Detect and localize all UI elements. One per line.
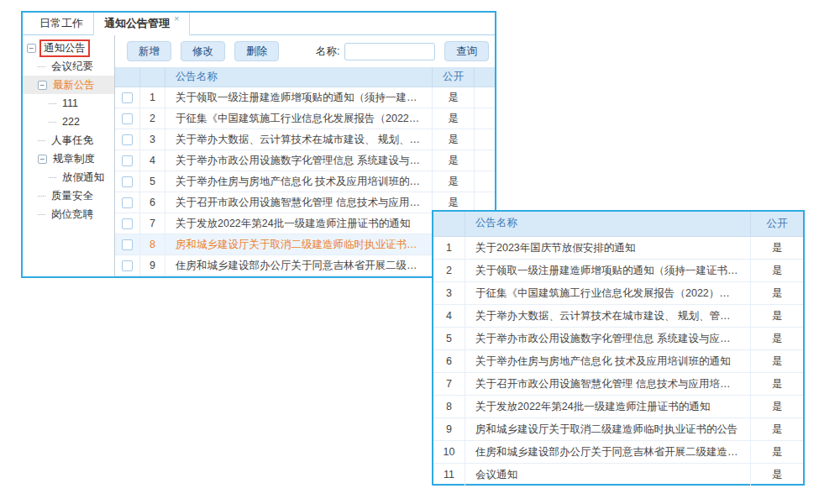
row-checkbox[interactable] xyxy=(122,176,133,187)
collapse-icon[interactable]: − xyxy=(38,81,47,90)
tree-connector xyxy=(49,177,56,178)
checkbox-cell xyxy=(115,108,140,129)
row-number: 8 xyxy=(140,234,165,255)
tree-item[interactable]: 111 xyxy=(23,94,114,113)
tree-item-label: 放假通知 xyxy=(60,170,107,186)
close-icon[interactable]: × xyxy=(174,14,179,24)
row-number: 2 xyxy=(140,108,165,129)
notice-management-window: 日常工作 通知公告管理 × −通知公告会议纪要−最新公告111222人事任免−规… xyxy=(21,11,496,278)
row-number: 8 xyxy=(433,396,465,417)
tree-item[interactable]: 人事任免 xyxy=(23,131,114,150)
table-row[interactable]: 2于征集《中国建筑施工行业信息化发展报告（2022）—BI…是 xyxy=(115,108,495,129)
popup-header-number-cell xyxy=(433,212,465,236)
row-checkbox[interactable] xyxy=(122,155,133,166)
row-checkbox[interactable] xyxy=(122,239,133,250)
tree-item[interactable]: 会议纪要 xyxy=(23,57,114,76)
table-row[interactable]: 5关于举办住房与房地产信息化 技术及应用培训班的通知是 xyxy=(115,171,495,192)
row-checkbox[interactable] xyxy=(122,134,133,145)
end-cell xyxy=(475,150,495,171)
popup-table-row[interactable]: 9房和城乡建设厅关于取消二级建造师临时执业证书的公告是 xyxy=(433,418,803,441)
row-number: 9 xyxy=(433,418,465,440)
query-button[interactable]: 查询 xyxy=(444,41,489,61)
tree-item[interactable]: 放假通知 xyxy=(23,168,114,186)
tree-item[interactable]: −通知公告 xyxy=(23,39,114,57)
tree-item-label: 会议纪要 xyxy=(49,59,96,75)
popup-table-row[interactable]: 6关于举办住房与房地产信息化 技术及应用培训班的通知是 xyxy=(433,350,803,373)
row-checkbox[interactable] xyxy=(122,197,133,208)
row-number: 7 xyxy=(140,213,165,234)
tree-item-label: 最新公告 xyxy=(50,77,97,93)
tab-daily-work[interactable]: 日常工作 xyxy=(29,13,93,34)
announcement-list-popup: 公告名称 公开 1关于2023年国庆节放假安排的通知是2关于领取一级注册建造师增… xyxy=(432,210,805,486)
tree-connector xyxy=(38,214,45,215)
table-row[interactable]: 1关于领取一级注册建造师增项贴的通知（须持一建证书前…是 xyxy=(115,87,495,108)
popup-table-header-row: 公告名称 公开 xyxy=(433,212,803,237)
popup-table-row[interactable]: 8关于发放2022年第24批一级建造师注册证书的通知是 xyxy=(433,396,803,418)
announcement-name-cell: 关于召开市政公用设施智慧化管理 信息技术与应用培训班… xyxy=(165,192,433,213)
announcement-name-cell: 于征集《中国建筑施工行业信息化发展报告（2022）—BI… xyxy=(465,282,751,304)
tree-item-label: 岗位竞聘 xyxy=(49,207,96,223)
public-cell: 是 xyxy=(433,171,475,192)
announcement-name-cell: 关于召开市政公用设施智慧化管理 信息技术与应用培训班… xyxy=(465,373,751,395)
row-checkbox[interactable] xyxy=(122,92,133,103)
row-number: 1 xyxy=(140,87,165,108)
public-cell: 是 xyxy=(751,350,803,372)
row-checkbox[interactable] xyxy=(122,113,133,124)
public-cell: 是 xyxy=(751,396,803,417)
public-cell: 是 xyxy=(433,129,475,150)
popup-table-row[interactable]: 2关于领取一级注册建造师增项贴的通知（须持一建证书前…是 xyxy=(433,260,803,282)
name-search-input[interactable] xyxy=(344,43,435,60)
collapse-icon[interactable]: − xyxy=(27,44,36,53)
row-number: 11 xyxy=(433,464,465,486)
header-number-cell xyxy=(140,67,165,87)
popup-table-row[interactable]: 3于征集《中国建筑施工行业信息化发展报告（2022）—BI…是 xyxy=(433,282,803,305)
table-row[interactable]: 3关于举办大数据、云计算技术在城市建设、 规划、管理与…是 xyxy=(115,129,495,150)
checkbox-cell xyxy=(115,234,140,255)
tree-item-label: 通知公告 xyxy=(39,39,90,57)
collapse-icon[interactable]: − xyxy=(38,155,47,164)
popup-header-name-cell: 公告名称 xyxy=(465,212,751,236)
popup-table-row[interactable]: 5关于举办市政公用设施数字化管理信息 系统建设与应用培…是 xyxy=(433,328,803,350)
delete-button[interactable]: 删除 xyxy=(234,41,279,61)
checkbox-cell xyxy=(115,129,140,150)
public-cell: 是 xyxy=(751,373,803,395)
tree-connector xyxy=(49,122,56,123)
tree-item-label: 222 xyxy=(60,115,82,129)
popup-table-row[interactable]: 1关于2023年国庆节放假安排的通知是 xyxy=(433,237,803,260)
tree-item[interactable]: 222 xyxy=(23,113,114,131)
edit-button[interactable]: 修改 xyxy=(181,41,225,61)
header-end-cell xyxy=(475,67,495,87)
popup-table-row[interactable]: 11会议通知是 xyxy=(433,464,803,486)
end-cell xyxy=(475,129,495,150)
tree-item[interactable]: −规章制度 xyxy=(23,150,114,168)
tab-notice-management[interactable]: 通知公告管理 × xyxy=(93,13,190,35)
tree-connector xyxy=(49,103,56,104)
row-checkbox[interactable] xyxy=(122,218,133,229)
announcement-name-cell: 关于发放2022年第24批一级建造师注册证书的通知 xyxy=(465,396,751,417)
tree-item[interactable]: 岗位竞聘 xyxy=(23,205,114,223)
tree-item[interactable]: 质量安全 xyxy=(23,186,114,205)
row-number: 2 xyxy=(433,260,465,281)
add-button[interactable]: 新增 xyxy=(127,41,171,61)
header-name-cell: 公告名称 xyxy=(165,67,433,87)
row-number: 5 xyxy=(140,171,165,192)
announcement-name-cell: 关于举办大数据、云计算技术在城市建设、 规划、管理与… xyxy=(465,305,751,327)
row-number: 10 xyxy=(433,441,465,463)
table-row[interactable]: 4关于举办市政公用设施数字化管理信息 系统建设与应用培…是 xyxy=(115,150,495,171)
popup-table-row[interactable]: 10住房和城乡建设部办公厅关于同意吉林省开展二级建造师…是 xyxy=(433,441,803,464)
header-public-cell: 公开 xyxy=(433,67,475,87)
public-cell: 是 xyxy=(751,328,803,349)
tree-item-label: 人事任免 xyxy=(49,133,96,149)
announcement-name-cell: 于征集《中国建筑施工行业信息化发展报告（2022）—BI… xyxy=(165,108,433,129)
tree-item[interactable]: −最新公告 xyxy=(23,76,114,94)
announcement-name-cell: 关于领取一级注册建造师增项贴的通知（须持一建证书前… xyxy=(165,87,433,108)
announcement-name-cell: 关于发放2022年第24批一级建造师注册证书的通知 xyxy=(165,213,433,234)
announcement-name-cell: 关于举办住房与房地产信息化 技术及应用培训班的通知 xyxy=(465,350,751,372)
announcement-name-cell: 房和城乡建设厅关于取消二级建造师临时执业证书的公告 xyxy=(465,418,751,440)
row-checkbox[interactable] xyxy=(122,260,133,271)
toolbar: 新增 修改 删除 名称: 查询 xyxy=(115,35,495,67)
popup-table-row[interactable]: 4关于举办大数据、云计算技术在城市建设、 规划、管理与…是 xyxy=(433,305,803,328)
popup-table-row[interactable]: 7关于召开市政公用设施智慧化管理 信息技术与应用培训班…是 xyxy=(433,373,803,396)
popup-announcement-table: 公告名称 公开 1关于2023年国庆节放假安排的通知是2关于领取一级注册建造师增… xyxy=(433,212,803,484)
row-number: 9 xyxy=(140,255,165,276)
